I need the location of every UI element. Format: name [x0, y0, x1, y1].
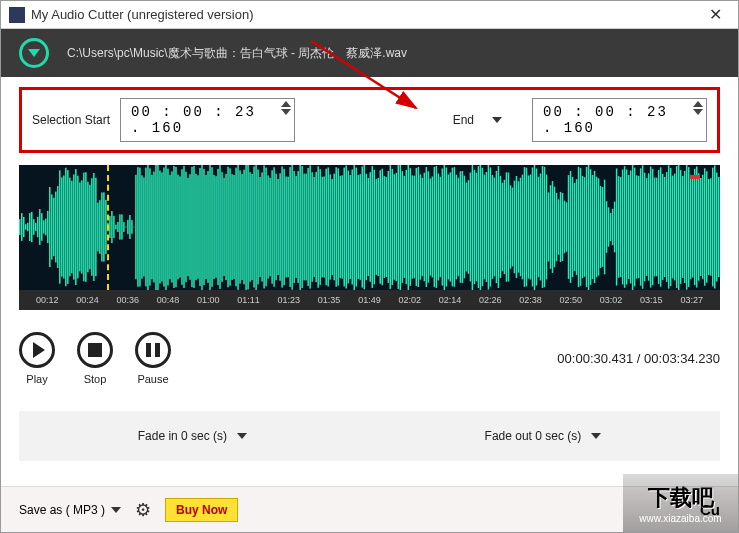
selection-start-input[interactable]: 00 : 00 : 23 . 160 [120, 98, 295, 142]
svg-rect-257 [530, 174, 532, 279]
stop-button[interactable]: Stop [77, 332, 113, 385]
svg-rect-209 [434, 167, 436, 287]
svg-rect-327 [670, 168, 672, 286]
waveform-display[interactable] [19, 165, 720, 290]
start-spinner[interactable] [281, 101, 291, 115]
svg-rect-258 [532, 167, 534, 286]
file-path: C:\Users\pc\Music\魔术与歌曲：告白气球 - 周杰伦、蔡威泽.w… [67, 45, 407, 62]
load-file-icon[interactable] [19, 38, 49, 68]
svg-rect-330 [676, 166, 678, 288]
svg-rect-92 [199, 168, 201, 286]
svg-rect-334 [684, 171, 686, 283]
svg-rect-284 [584, 177, 586, 277]
svg-rect-142 [299, 165, 301, 290]
svg-rect-298 [612, 209, 614, 246]
close-icon[interactable]: ✕ [701, 5, 730, 24]
svg-rect-176 [367, 178, 369, 276]
svg-rect-50 [115, 225, 117, 230]
svg-rect-11 [37, 217, 39, 237]
fade-out-dropdown[interactable]: Fade out 0 sec (s) [485, 429, 602, 443]
spin-up-icon[interactable] [281, 101, 291, 107]
ruler-tick: 00:12 [36, 295, 59, 305]
svg-rect-217 [450, 172, 452, 281]
selection-end-input[interactable]: 00 : 00 : 23 . 160 [532, 98, 707, 142]
svg-rect-238 [492, 175, 494, 279]
svg-rect-113 [241, 174, 243, 280]
selection-start-label: Selection Start [32, 113, 110, 127]
svg-rect-169 [353, 165, 355, 290]
ruler-tick: 03:15 [640, 295, 663, 305]
svg-rect-256 [528, 175, 530, 278]
play-button[interactable]: Play [19, 332, 55, 385]
chevron-down-icon [237, 433, 247, 439]
svg-rect-82 [179, 176, 181, 277]
svg-rect-223 [462, 171, 464, 283]
svg-rect-245 [506, 172, 508, 281]
svg-rect-9 [33, 219, 35, 235]
end-dropdown-icon[interactable] [492, 117, 502, 123]
svg-rect-339 [694, 169, 696, 285]
svg-rect-6 [27, 223, 29, 231]
svg-rect-273 [562, 193, 564, 261]
svg-rect-84 [183, 166, 185, 288]
svg-rect-254 [524, 167, 526, 287]
svg-rect-162 [339, 176, 341, 278]
ruler-tick: 03:27 [680, 295, 703, 305]
svg-rect-279 [574, 183, 576, 271]
svg-rect-276 [568, 175, 570, 279]
svg-rect-37 [89, 185, 91, 270]
svg-rect-322 [660, 167, 662, 286]
ruler-tick: 01:23 [278, 295, 301, 305]
spin-down-icon[interactable] [281, 109, 291, 115]
svg-rect-93 [201, 165, 203, 290]
svg-rect-77 [169, 175, 171, 279]
svg-rect-114 [243, 170, 245, 285]
pause-button[interactable]: Pause [135, 332, 171, 385]
svg-rect-221 [458, 178, 460, 277]
stop-label: Stop [84, 373, 107, 385]
svg-rect-342 [700, 178, 702, 276]
spin-up-icon[interactable] [693, 101, 703, 107]
ruler-tick: 02:50 [560, 295, 583, 305]
svg-rect-20 [55, 192, 57, 263]
svg-rect-281 [578, 167, 580, 287]
svg-rect-23 [61, 177, 63, 276]
svg-rect-215 [446, 168, 448, 287]
svg-rect-86 [187, 178, 189, 276]
ruler-tick: 00:48 [157, 295, 180, 305]
svg-rect-121 [257, 170, 259, 285]
svg-rect-175 [365, 174, 367, 280]
cut-button-partial[interactable]: Cu [700, 501, 720, 518]
gear-icon[interactable]: ⚙ [135, 499, 151, 521]
svg-rect-211 [438, 174, 440, 281]
svg-rect-21 [57, 186, 59, 268]
fade-in-dropdown[interactable]: Fade in 0 sec (s) [138, 429, 247, 443]
buy-now-button[interactable]: Buy Now [165, 498, 238, 522]
svg-rect-306 [628, 175, 630, 279]
playhead-marker[interactable] [107, 165, 109, 290]
end-spinner[interactable] [693, 101, 703, 115]
svg-rect-204 [424, 173, 426, 282]
svg-rect-40 [95, 178, 97, 276]
svg-rect-247 [510, 185, 512, 269]
svg-rect-48 [111, 211, 113, 243]
spin-down-icon[interactable] [693, 109, 703, 115]
svg-rect-317 [650, 166, 652, 287]
svg-rect-55 [125, 227, 127, 228]
svg-rect-47 [109, 216, 111, 238]
svg-rect-42 [99, 200, 101, 254]
svg-rect-171 [357, 175, 359, 279]
save-as-dropdown[interactable]: Save as ( MP3 ) [19, 503, 121, 517]
svg-rect-102 [219, 165, 221, 289]
svg-rect-81 [177, 175, 179, 280]
svg-rect-218 [452, 168, 454, 287]
svg-rect-348 [712, 168, 714, 287]
svg-rect-152 [319, 169, 321, 285]
svg-rect-268 [552, 181, 554, 273]
svg-rect-104 [223, 178, 225, 276]
svg-rect-44 [103, 192, 105, 261]
svg-rect-22 [59, 170, 61, 283]
svg-rect-177 [370, 172, 372, 281]
svg-rect-318 [652, 169, 654, 285]
ruler-tick: 02:14 [439, 295, 462, 305]
